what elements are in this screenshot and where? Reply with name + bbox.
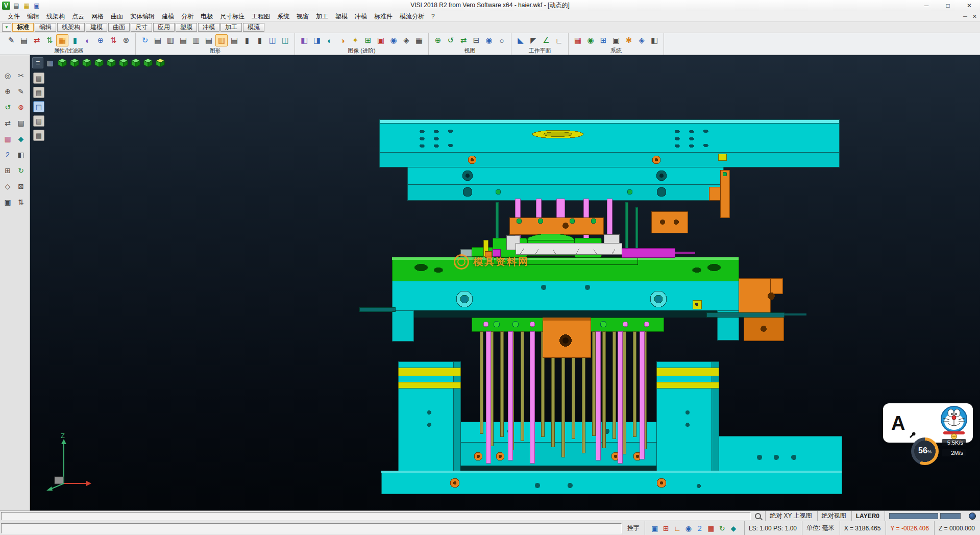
- menu-mold[interactable]: 塑模: [332, 11, 351, 21]
- light-icon[interactable]: ◉: [387, 34, 400, 46]
- menu-surface[interactable]: 曲面: [107, 11, 127, 21]
- menu-machining[interactable]: 加工: [312, 11, 332, 21]
- zoom-extents-icon[interactable]: ⊕: [432, 34, 444, 46]
- support-plate[interactable]: [392, 281, 739, 310]
- tab-wireframe[interactable]: 线架构: [57, 23, 85, 32]
- system-window-icon[interactable]: ⊞: [597, 34, 609, 46]
- layer-panel2-icon[interactable]: ◫: [279, 34, 291, 46]
- menu-dimension[interactable]: 尺寸标注: [216, 11, 248, 21]
- layer-swatch-1[interactable]: [889, 513, 938, 519]
- pan-view-icon[interactable]: ⇄: [457, 34, 470, 46]
- menu-mesh[interactable]: 网格: [88, 11, 107, 21]
- upper-orange-plate[interactable]: [509, 217, 603, 234]
- connection-icon[interactable]: [969, 513, 976, 520]
- clip-mode-5-icon[interactable]: ▤: [33, 130, 44, 141]
- entity-list-icon[interactable]: ▤: [152, 34, 164, 46]
- render-half-icon[interactable]: ◐: [324, 34, 336, 46]
- move-icon[interactable]: ⇄: [2, 117, 14, 129]
- menu-electrode[interactable]: 电极: [197, 11, 216, 21]
- view-dynamic-icon[interactable]: [155, 57, 166, 68]
- view-left-icon[interactable]: [106, 57, 117, 68]
- track-icon[interactable]: ↻: [717, 523, 728, 534]
- ucs-icon[interactable]: ◆: [728, 523, 739, 534]
- menu-system[interactable]: 系统: [274, 11, 293, 21]
- filter-active-icon[interactable]: ▦: [56, 34, 68, 46]
- layer-filter-icon[interactable]: ▦: [2, 133, 14, 145]
- cylinder-view-icon[interactable]: ▮: [241, 34, 253, 46]
- coord-mode[interactable]: 绝对 XY 上视图: [765, 511, 816, 521]
- tab-machining[interactable]: 加工: [220, 23, 242, 32]
- view-right-icon[interactable]: [93, 57, 105, 68]
- layer-bar-icon[interactable]: ▮: [69, 34, 81, 46]
- view-iso2-icon[interactable]: [142, 57, 154, 68]
- shade-toggle-icon[interactable]: ◐: [82, 34, 94, 46]
- assistant-widget[interactable]: A: [883, 403, 973, 443]
- core-plate[interactable]: [392, 257, 739, 281]
- delete-icon[interactable]: ⊗: [15, 101, 27, 113]
- upper-plate[interactable]: [379, 152, 839, 167]
- tab-dropdown-icon[interactable]: ▼: [2, 23, 11, 32]
- copy-attributes-icon[interactable]: ⇄: [31, 34, 43, 46]
- pattern-icon[interactable]: ◇: [2, 180, 14, 192]
- workplane-angle-icon[interactable]: ∠: [540, 34, 552, 46]
- progress-badge[interactable]: 56 %: [911, 437, 939, 465]
- view-center-icon[interactable]: ◉: [483, 34, 495, 46]
- shading-mode2-icon[interactable]: ◨: [311, 34, 323, 46]
- clip-mode-4-icon[interactable]: ▤: [33, 115, 44, 127]
- snap-mode[interactable]: 拴宇: [623, 521, 644, 535]
- tab-flow[interactable]: 模流: [243, 23, 264, 32]
- clone-icon[interactable]: ⇅: [15, 196, 27, 208]
- menu-edit[interactable]: 编辑: [23, 11, 43, 21]
- system-globe-icon[interactable]: ◉: [584, 34, 597, 46]
- view-front-icon[interactable]: [81, 57, 92, 68]
- entity-list4-icon[interactable]: ▥: [190, 34, 202, 46]
- save-file-icon[interactable]: ▣: [33, 2, 41, 10]
- menu-window[interactable]: 视窗: [293, 11, 312, 21]
- window-close-button[interactable]: ✕: [959, 0, 980, 11]
- shading-mode-icon[interactable]: ◧: [298, 34, 310, 46]
- doc-close-button[interactable]: ✕: [972, 13, 977, 20]
- wireframe-icon[interactable]: ▦: [413, 34, 425, 46]
- entity-list2-icon[interactable]: ▥: [164, 34, 177, 46]
- entity-list3-icon[interactable]: ▤: [177, 34, 189, 46]
- paste-icon[interactable]: ▣: [2, 196, 14, 208]
- view-bottom-icon[interactable]: [130, 57, 141, 68]
- rotate-icon[interactable]: ↺: [2, 101, 14, 113]
- tab-application[interactable]: 应用: [153, 23, 175, 32]
- menu-modeling[interactable]: 建模: [158, 11, 178, 21]
- menu-drawing[interactable]: 工程图: [248, 11, 274, 21]
- viewport-grid-icon[interactable]: ▦: [44, 57, 56, 68]
- menu-flow-analysis[interactable]: 模流分析: [396, 11, 428, 21]
- cylinder-view2-icon[interactable]: ▮: [254, 34, 266, 46]
- window-minimize-button[interactable]: ─: [916, 0, 937, 11]
- right-orange-bracket[interactable]: [739, 278, 783, 341]
- system-panel-icon[interactable]: ▣: [610, 34, 622, 46]
- entity-list5-icon[interactable]: ▤: [203, 34, 215, 46]
- layer-panel-icon[interactable]: ◫: [266, 34, 279, 46]
- workplane2-icon[interactable]: ◤: [527, 34, 540, 46]
- system-burst-icon[interactable]: ✱: [623, 34, 635, 46]
- render-half2-icon[interactable]: ◑: [336, 34, 349, 46]
- entity-list-active-icon[interactable]: ▥: [215, 34, 228, 46]
- color-icon[interactable]: ◧: [15, 149, 27, 161]
- transfer-attributes-icon[interactable]: ⇅: [107, 34, 119, 46]
- snap-grid-icon[interactable]: ⊞: [660, 523, 672, 534]
- layer-swatch-2[interactable]: [940, 513, 961, 519]
- clip-mode-2-icon[interactable]: ▤: [33, 87, 44, 98]
- support-leg-left[interactable]: [398, 361, 460, 471]
- menu-analysis[interactable]: 分析: [178, 11, 197, 21]
- message-field[interactable]: [1, 512, 751, 520]
- menu-standard-parts[interactable]: 标准件: [371, 11, 396, 21]
- properties-page-icon[interactable]: ▤: [18, 34, 30, 46]
- bottom-clamp-plate[interactable]: [381, 471, 842, 494]
- highlight-icon[interactable]: ✦: [349, 34, 361, 46]
- menu-solid-edit[interactable]: 实体编辑: [127, 11, 158, 21]
- riser-block[interactable]: [719, 436, 842, 471]
- open-file-icon[interactable]: ▦: [22, 2, 31, 10]
- mirror-icon[interactable]: ⊠: [15, 180, 27, 192]
- clear-filter-icon[interactable]: ⊗: [120, 34, 132, 46]
- checker-icon[interactable]: ▦: [705, 523, 717, 534]
- tab-standard[interactable]: 标准: [12, 23, 34, 32]
- view-back-icon[interactable]: [118, 57, 129, 68]
- view-mode[interactable]: 绝对视图: [817, 511, 850, 521]
